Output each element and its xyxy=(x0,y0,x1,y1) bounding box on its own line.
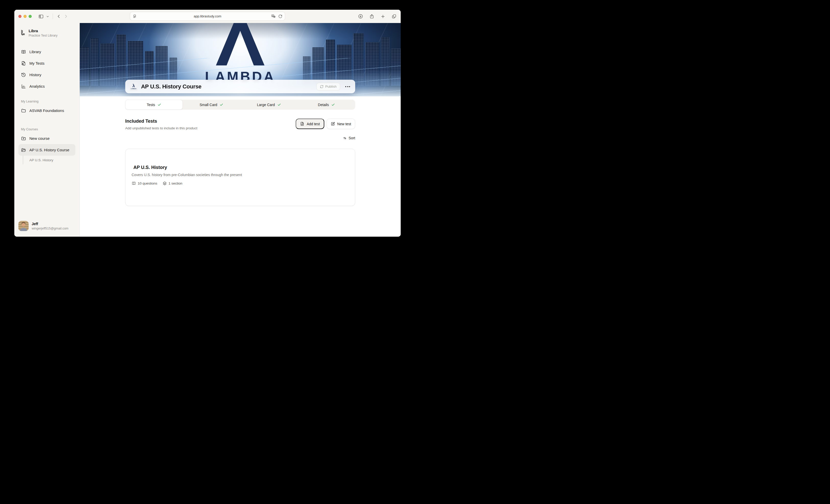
sidebar-item-ap-us-history-course[interactable]: AP U.S. History Course xyxy=(19,144,75,156)
layers-icon xyxy=(162,181,167,186)
check-icon xyxy=(331,103,335,106)
share-icon[interactable] xyxy=(369,14,374,19)
file-clock-icon xyxy=(21,61,26,66)
back-button[interactable] xyxy=(57,14,61,19)
course-title: AP U.S. History Course xyxy=(141,83,201,90)
questions-count: 10 questions xyxy=(132,181,157,186)
more-options-button[interactable] xyxy=(344,85,351,89)
section-title: Included Tests xyxy=(125,119,197,124)
minimize-window-button[interactable] xyxy=(24,15,27,18)
tab-label: Small Card xyxy=(199,103,217,107)
history-clock-icon xyxy=(21,72,26,77)
user-name: Jeff xyxy=(32,222,68,226)
sidebar-toggle-icon[interactable] xyxy=(38,14,44,19)
section-subtitle: Add unpublished tests to include in this… xyxy=(125,126,197,130)
avatar xyxy=(19,221,29,231)
url-text: app.librastudy.com xyxy=(130,14,285,18)
sidebar-item-label: Library xyxy=(29,50,41,54)
new-test-label: New test xyxy=(337,122,351,126)
book-open-icon xyxy=(132,181,136,186)
lambda-badge-symbol: λ xyxy=(132,84,135,88)
sidebar-item-my-tests[interactable]: My Tests xyxy=(19,58,75,69)
sidebar-item-label: New course xyxy=(29,136,50,140)
libra-logo-icon xyxy=(20,29,26,37)
browser-window: app.librastudy.com xyxy=(14,10,401,237)
publish-label: Publish xyxy=(325,85,337,88)
window-controls xyxy=(19,15,32,18)
app-subtitle: Practice Test Library xyxy=(29,34,58,37)
sections-count: 1 section xyxy=(162,181,183,186)
add-test-label: Add test xyxy=(307,122,320,126)
sidebar-item-label: My Tests xyxy=(29,61,44,65)
course-header-card: λ LAMBDA AP U.S. History Course xyxy=(125,80,355,93)
sidebar-subitem-label: AP U.S. History xyxy=(23,158,54,162)
tab-overview-icon[interactable] xyxy=(391,14,396,19)
sidebar-item-new-course[interactable]: New course xyxy=(19,133,75,144)
new-tab-icon[interactable] xyxy=(381,14,385,19)
sort-arrows-icon xyxy=(343,136,347,140)
tab-label: Details xyxy=(318,103,329,107)
book-open-icon xyxy=(21,49,26,55)
forward-button[interactable] xyxy=(64,14,68,19)
folder-icon xyxy=(21,108,26,113)
course-logo-badge: λ LAMBDA xyxy=(129,82,138,91)
sidebar-item-label: History xyxy=(29,72,41,77)
tab-large-card[interactable]: Large Card xyxy=(240,100,298,109)
sidebar-item-analytics[interactable]: Analytics xyxy=(19,81,75,92)
tab-label: Large Card xyxy=(257,103,275,107)
sidebar-item-history[interactable]: History xyxy=(19,69,75,81)
publish-button[interactable]: Publish xyxy=(316,83,340,91)
check-icon xyxy=(157,103,161,106)
tab-small-card[interactable]: Small Card xyxy=(183,100,240,109)
sort-label: Sort xyxy=(349,136,355,140)
edit-square-icon xyxy=(331,122,335,126)
sync-icon xyxy=(320,85,323,88)
app-name: Libra xyxy=(29,29,58,33)
sort-control[interactable]: Sort xyxy=(343,136,355,140)
sidebar-nav: Library My Tests xyxy=(19,46,75,92)
sidebar-item-label: AP U.S. History Course xyxy=(29,148,69,152)
test-title: AP U.S. History xyxy=(133,165,349,170)
folder-plus-icon xyxy=(21,136,26,141)
test-description: Covers U.S. history from pre-Columbian s… xyxy=(132,173,349,177)
check-icon xyxy=(220,103,223,106)
downloads-icon[interactable] xyxy=(358,14,363,19)
sidebar-item-asvab-foundations[interactable]: ASVAB Foundations xyxy=(19,105,75,116)
course-banner: LAMBDA λ LAMBDA AP U.S. History Course xyxy=(80,23,401,96)
toolbar-divider xyxy=(53,13,53,19)
close-window-button[interactable] xyxy=(19,15,22,18)
included-tests-header: Included Tests Add unpublished tests to … xyxy=(125,119,355,130)
browser-toolbar: app.librastudy.com xyxy=(14,10,401,23)
tab-label: Tests xyxy=(147,103,155,107)
desktop-background: app.librastudy.com xyxy=(0,0,415,252)
user-email: wingerjeff515@gmail.com xyxy=(32,227,68,230)
tab-details[interactable]: Details xyxy=(298,100,355,109)
sidebar-subitem-ap-us-history[interactable]: AP U.S. History xyxy=(23,156,75,164)
test-card-ap-us-history[interactable]: AP U.S. History Covers U.S. history from… xyxy=(125,149,355,206)
section-label-my-learning: My Learning xyxy=(21,100,75,103)
lambda-badge-label: LAMBDA xyxy=(131,88,137,90)
user-profile-row[interactable]: Jeff wingerjeff515@gmail.com xyxy=(19,221,68,231)
new-test-button[interactable]: New test xyxy=(327,119,355,129)
sidebar-item-label: Analytics xyxy=(29,84,45,88)
section-label-my-courses: My Courses xyxy=(21,128,75,131)
address-bar[interactable]: app.librastudy.com xyxy=(130,12,285,21)
check-icon xyxy=(277,103,281,106)
app-logo-row: Libra Practice Test Library xyxy=(19,29,75,37)
tab-tests[interactable]: Tests xyxy=(125,100,183,109)
folder-open-icon xyxy=(21,148,26,153)
bar-chart-icon xyxy=(21,84,26,89)
sidebar-item-label: ASVAB Foundations xyxy=(29,108,64,113)
app-sidebar: Libra Practice Test Library Library xyxy=(14,23,80,237)
add-test-button[interactable]: Add test xyxy=(296,119,324,129)
publish-checklist-tabs: Tests Small Card Large Car xyxy=(125,100,355,109)
main-content: LAMBDA λ LAMBDA AP U.S. History Course xyxy=(80,23,401,237)
sections-count-label: 1 section xyxy=(169,182,183,185)
file-text-icon xyxy=(300,122,305,126)
sidebar-item-library[interactable]: Library xyxy=(19,46,75,58)
chevron-down-icon[interactable] xyxy=(46,15,49,18)
zoom-window-button[interactable] xyxy=(29,15,32,18)
questions-count-label: 10 questions xyxy=(138,182,157,185)
